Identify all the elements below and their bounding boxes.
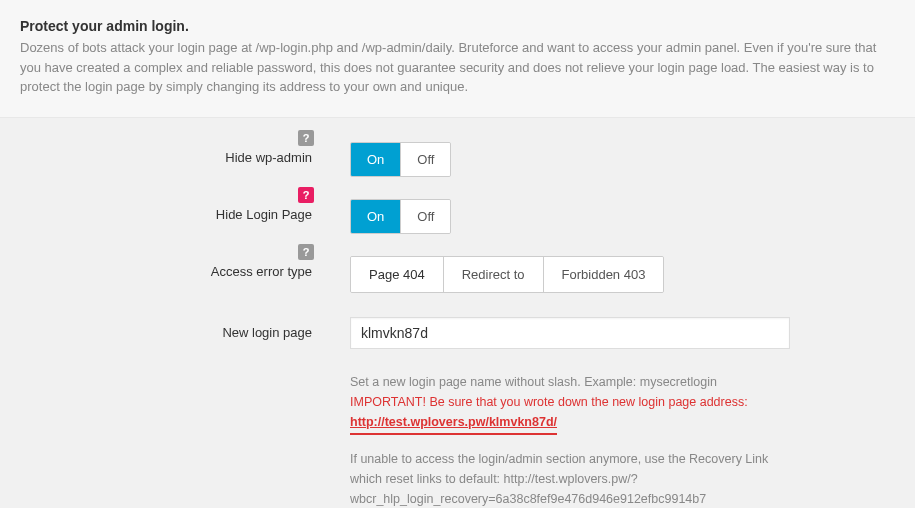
seg-page-404-button[interactable]: Page 404 xyxy=(351,257,444,292)
hint-recovery: If unable to access the login/admin sect… xyxy=(350,449,790,509)
hint-example: Set a new login page name without slash.… xyxy=(350,372,790,392)
label-text: Hide Login Page xyxy=(216,207,312,222)
row-new-login-page: New login page Set a new login page name… xyxy=(20,317,895,509)
help-icon[interactable]: ? xyxy=(298,187,314,203)
page-title: Protect your admin login. xyxy=(20,18,895,34)
label-hide-login-page: Hide Login Page ? xyxy=(20,199,320,222)
toggle-on-button[interactable]: On xyxy=(351,200,401,233)
toggle-hide-wp-admin: On Off xyxy=(350,142,451,177)
control-access-error-type: Page 404 Redirect to Forbidden 403 xyxy=(320,256,800,293)
label-text: Hide wp-admin xyxy=(225,150,312,165)
control-hide-login-page: On Off xyxy=(320,199,800,234)
new-login-url-link[interactable]: http://test.wplovers.pw/klmvkn87d/ xyxy=(350,412,557,435)
page-description: Dozens of bots attack your login page at… xyxy=(20,38,895,97)
label-hide-wp-admin: Hide wp-admin ? xyxy=(20,142,320,165)
row-hide-wp-admin: Hide wp-admin ? On Off xyxy=(20,142,895,177)
label-text: Access error type xyxy=(211,264,312,279)
help-icon[interactable]: ? xyxy=(298,244,314,260)
seg-forbidden-403-button[interactable]: Forbidden 403 xyxy=(544,257,664,292)
control-new-login-page: Set a new login page name without slash.… xyxy=(320,317,800,509)
control-hide-wp-admin: On Off xyxy=(320,142,800,177)
hint-block: Set a new login page name without slash.… xyxy=(350,372,790,509)
help-icon[interactable]: ? xyxy=(298,130,314,146)
hint-important: IMPORTANT! Be sure that you wrote down t… xyxy=(350,392,790,435)
label-access-error-type: Access error type ? xyxy=(20,256,320,279)
row-hide-login-page: Hide Login Page ? On Off xyxy=(20,199,895,234)
label-new-login-page: New login page xyxy=(20,317,320,340)
header-section: Protect your admin login. Dozens of bots… xyxy=(0,0,915,118)
toggle-hide-login-page: On Off xyxy=(350,199,451,234)
row-access-error-type: Access error type ? Page 404 Redirect to… xyxy=(20,256,895,293)
label-text: New login page xyxy=(222,325,312,340)
toggle-off-button[interactable]: Off xyxy=(401,143,450,176)
toggle-off-button[interactable]: Off xyxy=(401,200,450,233)
new-login-page-input[interactable] xyxy=(350,317,790,349)
toggle-on-button[interactable]: On xyxy=(351,143,401,176)
form-area: Hide wp-admin ? On Off Hide Login Page ?… xyxy=(0,118,915,509)
hint-warn-text: IMPORTANT! Be sure that you wrote down t… xyxy=(350,395,748,409)
seg-redirect-to-button[interactable]: Redirect to xyxy=(444,257,544,292)
segmented-access-error-type: Page 404 Redirect to Forbidden 403 xyxy=(350,256,664,293)
